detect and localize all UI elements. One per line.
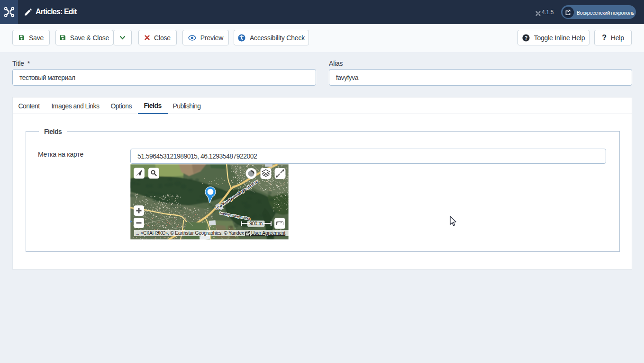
svg-text:900 m: 900 m — [249, 221, 263, 226]
svg-text:... «СКАНЭКС», © Earthstar Geo: ... «СКАНЭКС», © Earthstar Geographics, … — [136, 230, 244, 236]
svg-text:User Agreement: User Agreement — [251, 230, 285, 236]
svg-text:?: ? — [525, 35, 527, 40]
